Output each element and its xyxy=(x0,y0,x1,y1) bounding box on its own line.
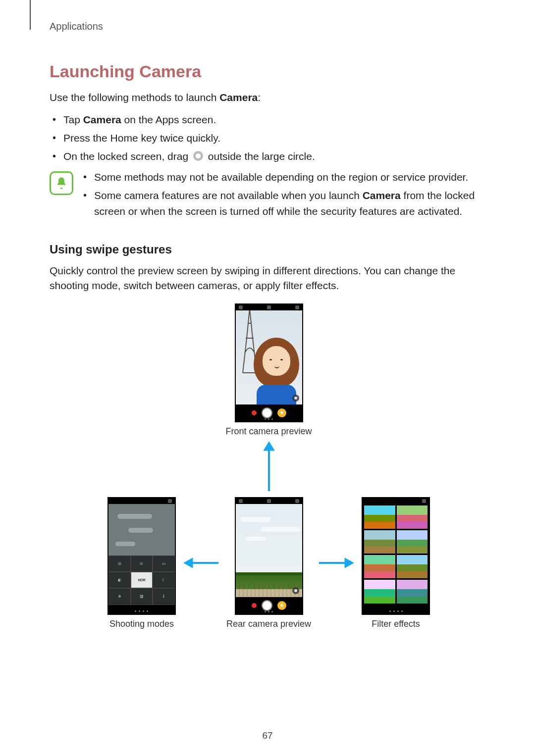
record-button-icon xyxy=(252,410,257,415)
mode-icon: ◎ xyxy=(108,555,131,572)
switch-camera-floating-icon xyxy=(292,587,299,594)
filter-tile xyxy=(397,530,428,554)
text: Use the following methods to launch xyxy=(50,92,219,103)
arrow-up-icon xyxy=(262,442,276,491)
list-item: Press the Home key twice quickly. xyxy=(63,130,488,147)
mode-icon: ⊙ xyxy=(131,555,153,572)
text-bold: Camera xyxy=(83,114,121,125)
arrow-left-icon xyxy=(184,556,218,569)
text-bold: Camera xyxy=(219,92,258,103)
switch-camera-icon xyxy=(295,499,299,503)
caption-right: Filter effects xyxy=(372,619,420,629)
svg-marker-1 xyxy=(264,442,274,451)
intro-paragraph: Use the following methods to launch Came… xyxy=(50,90,488,105)
mode-icon: ▥ xyxy=(131,588,153,605)
svg-marker-3 xyxy=(184,558,193,568)
text: Tap xyxy=(63,114,83,125)
mode-icon: ▭ xyxy=(153,555,175,572)
mode-icon: ◐ xyxy=(108,572,131,588)
flash-icon xyxy=(267,305,271,309)
note-box: Some methods may not be available depend… xyxy=(50,169,488,222)
subsection-title: Using swipe gestures xyxy=(50,243,488,256)
mode-icon: ↧ xyxy=(153,588,175,605)
page-edge-rule xyxy=(30,0,31,30)
record-button-icon xyxy=(252,603,257,608)
section-title: Launching Camera xyxy=(50,62,488,81)
camera-shortcut-icon xyxy=(193,151,203,161)
svg-marker-5 xyxy=(345,558,354,568)
settings-icon xyxy=(239,305,243,309)
note-item: Some camera features are not available w… xyxy=(94,188,488,220)
phone-front-preview: ★ xyxy=(235,303,303,422)
text: On the locked screen, drag xyxy=(63,151,191,162)
mode-icon: ⊕ xyxy=(108,588,131,605)
launch-methods-list: Tap Camera on the Apps screen. Press the… xyxy=(50,112,488,164)
more-icon xyxy=(168,499,172,503)
notice-bell-icon xyxy=(50,171,73,195)
shutter-button-icon xyxy=(262,407,272,418)
text: : xyxy=(258,92,261,103)
filter-tile xyxy=(364,530,395,554)
filter-tile xyxy=(364,580,395,603)
text: outside the large circle. xyxy=(208,151,315,162)
phone-filter-effects xyxy=(362,497,430,615)
phone-rear-preview: ★ xyxy=(235,497,303,615)
text: Press the Home key twice quickly. xyxy=(63,132,220,144)
note-item: Some methods may not be available depend… xyxy=(94,169,488,186)
switch-camera-icon xyxy=(295,305,299,309)
caption-front: Front camera preview xyxy=(225,426,312,437)
effects-button-icon: ★ xyxy=(277,601,286,610)
text-bold: Camera xyxy=(363,190,401,201)
caption-left: Shooting modes xyxy=(109,619,174,629)
page-indicator-icon xyxy=(236,611,302,612)
flash-icon xyxy=(267,499,271,503)
text: Some methods may not be available depend… xyxy=(94,171,468,183)
filter-tile xyxy=(397,555,428,578)
switch-camera-floating-icon xyxy=(292,395,299,402)
text: on the Apps screen. xyxy=(121,114,216,125)
arrow-right-icon xyxy=(319,556,354,569)
close-icon xyxy=(422,499,426,503)
caption-rear: Rear camera preview xyxy=(226,619,311,629)
page-number: 67 xyxy=(0,730,535,741)
phone-shooting-modes: ◎ ⊙ ▭ ◐ HDR ☾ ⊕ ▥ ↧ xyxy=(107,497,176,615)
shutter-button-icon xyxy=(262,600,272,611)
list-item: On the locked screen, drag outside the l… xyxy=(63,149,488,165)
mode-icon: ☾ xyxy=(153,572,175,588)
shooting-mode-grid: ◎ ⊙ ▭ ◐ HDR ☾ ⊕ ▥ ↧ xyxy=(108,555,175,605)
page-indicator-icon xyxy=(363,610,429,612)
filter-grid xyxy=(363,504,429,605)
filter-tile xyxy=(397,580,428,603)
filter-tile xyxy=(397,505,428,529)
text: Some camera features are not available w… xyxy=(94,190,363,201)
effects-button-icon: ★ xyxy=(277,408,286,417)
filter-tile xyxy=(364,505,395,529)
settings-icon xyxy=(239,499,243,503)
mode-hdr: HDR xyxy=(131,572,153,588)
page-indicator-icon xyxy=(236,418,302,420)
swipe-diagram: ★ Front camera preview xyxy=(50,303,488,629)
swipe-paragraph: Quickly control the preview screen by sw… xyxy=(50,263,488,294)
phone-status-bar xyxy=(236,304,302,310)
page-indicator-icon xyxy=(108,610,175,612)
filter-tile xyxy=(364,555,395,578)
list-item: Tap Camera on the Apps screen. xyxy=(63,112,488,128)
running-header: Applications xyxy=(50,21,488,32)
